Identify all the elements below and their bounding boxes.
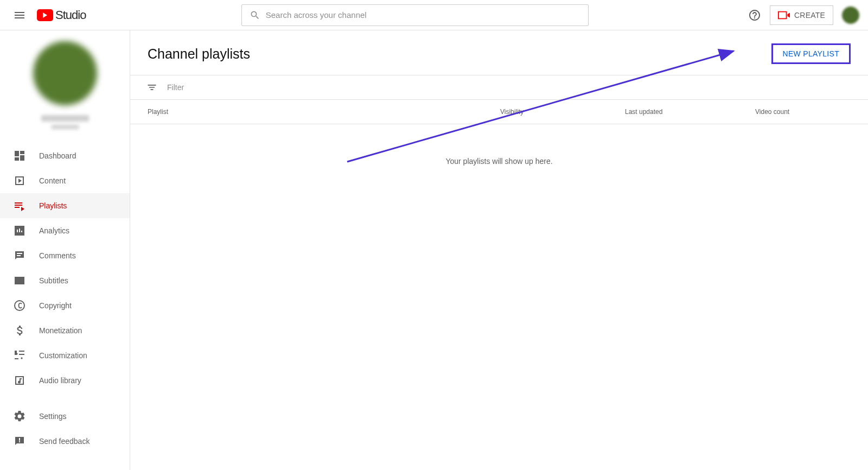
search-icon: [250, 10, 260, 21]
feedback-icon: [13, 435, 26, 448]
help-icon: [748, 9, 761, 22]
column-playlist[interactable]: Playlist: [148, 108, 500, 116]
app-header: Studio CREATE: [0, 0, 868, 30]
logo-text: Studio: [55, 8, 86, 22]
playlists-icon: [13, 199, 26, 212]
studio-logo[interactable]: Studio: [37, 8, 86, 22]
header-actions: CREATE: [744, 4, 859, 26]
sidebar: Dashboard Content Playlists Analytics Co…: [0, 30, 130, 470]
subtitles-icon: [13, 274, 26, 287]
help-button[interactable]: [744, 4, 765, 26]
hamburger-icon: [13, 9, 26, 22]
sidebar-item-label: Monetization: [39, 326, 82, 335]
create-icon: [778, 11, 790, 20]
sidebar-item-customization[interactable]: Customization: [0, 343, 130, 368]
sidebar-item-label: Comments: [39, 251, 76, 260]
sidebar-item-feedback[interactable]: Send feedback: [0, 429, 130, 454]
search-input[interactable]: [266, 10, 580, 20]
filter-label: Filter: [167, 83, 184, 92]
sidebar-item-content[interactable]: Content: [0, 168, 130, 193]
channel-name-placeholder: [41, 115, 89, 122]
sidebar-item-playlists[interactable]: Playlists: [0, 193, 130, 218]
sidebar-item-label: Playlists: [39, 201, 67, 210]
channel-avatar: [33, 41, 97, 105]
create-button[interactable]: CREATE: [770, 5, 833, 25]
search-container: [86, 4, 744, 26]
page-title: Channel playlists: [148, 46, 250, 62]
sidebar-nav: Dashboard Content Playlists Analytics Co…: [0, 143, 130, 470]
table-header: Playlist Visibility Last updated Video c…: [130, 100, 868, 124]
column-count[interactable]: Video count: [755, 108, 815, 116]
comments-icon: [13, 249, 26, 262]
sidebar-item-dashboard[interactable]: Dashboard: [0, 143, 130, 168]
main-content: Channel playlists NEW PLAYLIST Filter Pl…: [130, 30, 868, 470]
sidebar-item-label: Send feedback: [39, 437, 90, 446]
channel-sub-placeholder: [52, 125, 79, 129]
filter-icon: [146, 82, 157, 93]
sidebar-item-label: Copyright: [39, 301, 72, 310]
sidebar-item-monetization[interactable]: Monetization: [0, 318, 130, 343]
search-box[interactable]: [241, 4, 589, 26]
monetization-icon: [13, 324, 26, 337]
channel-card[interactable]: [0, 37, 130, 143]
filter-bar[interactable]: Filter: [130, 75, 868, 99]
sidebar-item-subtitles[interactable]: Subtitles: [0, 268, 130, 293]
sidebar-item-audio[interactable]: Audio library: [0, 368, 130, 393]
sidebar-item-label: Analytics: [39, 226, 69, 235]
sidebar-item-label: Settings: [39, 412, 67, 421]
customization-icon: [13, 349, 26, 362]
copyright-icon: [13, 299, 26, 312]
sidebar-item-label: Audio library: [39, 376, 81, 385]
menu-toggle-button[interactable]: [9, 4, 30, 26]
page-header: Channel playlists NEW PLAYLIST: [130, 30, 868, 75]
sidebar-item-label: Customization: [39, 351, 87, 360]
account-avatar[interactable]: [842, 7, 859, 24]
sidebar-item-comments[interactable]: Comments: [0, 243, 130, 268]
gear-icon: [13, 410, 26, 423]
sidebar-item-label: Content: [39, 176, 66, 185]
column-visibility[interactable]: Visibility: [500, 108, 625, 116]
sidebar-item-settings[interactable]: Settings: [0, 404, 130, 429]
new-playlist-button[interactable]: NEW PLAYLIST: [771, 43, 851, 64]
column-updated[interactable]: Last updated: [625, 108, 755, 116]
empty-state-message: Your playlists will show up here.: [130, 124, 868, 198]
youtube-icon: [37, 9, 53, 21]
create-label: CREATE: [794, 11, 825, 20]
analytics-icon: [13, 224, 26, 237]
dashboard-icon: [13, 149, 26, 162]
sidebar-item-copyright[interactable]: Copyright: [0, 293, 130, 318]
content-icon: [13, 174, 26, 187]
audio-library-icon: [13, 374, 26, 387]
sidebar-item-label: Subtitles: [39, 276, 68, 285]
sidebar-item-analytics[interactable]: Analytics: [0, 218, 130, 243]
svg-rect-1: [782, 13, 783, 15]
sidebar-item-label: Dashboard: [39, 151, 76, 160]
